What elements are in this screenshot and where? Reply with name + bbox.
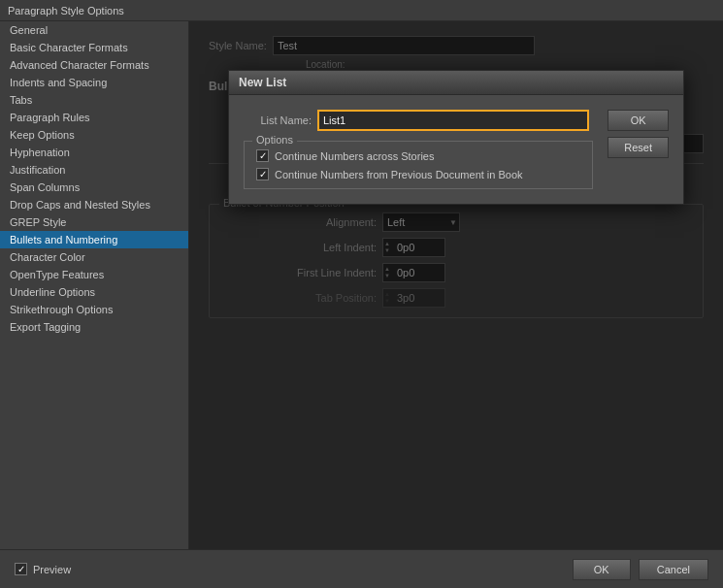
main-panel: Style Name: Location: Bullets and Number… <box>189 21 723 549</box>
option2-label: Continue Numbers from Previous Document … <box>275 169 523 180</box>
modal-ok-button[interactable]: OK <box>608 110 669 131</box>
sidebar-item-advanced-char[interactable]: Advanced Character Formats <box>0 56 188 74</box>
sidebar-item-tabs[interactable]: Tabs <box>0 91 188 109</box>
option2-row: Continue Numbers from Previous Document … <box>256 168 580 180</box>
modal-list-name-input[interactable] <box>317 110 589 131</box>
option1-checkbox[interactable] <box>256 149 269 162</box>
options-label: Options <box>252 134 297 146</box>
sidebar-item-keep-options[interactable]: Keep Options <box>0 126 188 144</box>
sidebar-item-char-color[interactable]: Character Color <box>0 248 188 266</box>
sidebar-item-underline[interactable]: Underline Options <box>0 283 188 301</box>
modal-content: List Name: Options Continue Numbers acro… <box>229 95 683 204</box>
modal-list-name-row: List Name: <box>244 110 593 131</box>
sidebar-item-span-columns[interactable]: Span Columns <box>0 179 188 196</box>
option1-label: Continue Numbers across Stories <box>275 150 434 162</box>
sidebar-item-basic-char[interactable]: Basic Character Formats <box>0 39 188 56</box>
sidebar: General Basic Character Formats Advanced… <box>0 21 189 549</box>
modal-fields: List Name: Options Continue Numbers acro… <box>244 110 593 189</box>
cancel-button[interactable]: Cancel <box>639 559 708 580</box>
modal-overlay: New List List Name: <box>189 21 723 549</box>
preview-row: Preview <box>15 563 71 575</box>
modal-reset-button[interactable]: Reset <box>608 137 669 158</box>
options-group: Options Continue Numbers across Stories … <box>244 141 593 189</box>
modal-title-bar: New List <box>229 71 683 95</box>
modal-title: New List <box>239 76 286 89</box>
sidebar-item-hyphenation[interactable]: Hyphenation <box>0 144 188 161</box>
sidebar-item-justification[interactable]: Justification <box>0 161 188 179</box>
modal-list-name-label: List Name: <box>244 114 312 126</box>
option2-checkbox[interactable] <box>256 168 269 180</box>
title-bar: Paragraph Style Options <box>0 0 723 21</box>
bottom-bar: Preview OK Cancel <box>0 549 723 588</box>
bottom-buttons: OK Cancel <box>573 559 708 580</box>
sidebar-item-para-rules[interactable]: Paragraph Rules <box>0 109 188 126</box>
modal-buttons: OK Reset <box>608 110 669 158</box>
preview-label: Preview <box>33 564 71 575</box>
sidebar-item-opentype[interactable]: OpenType Features <box>0 266 188 283</box>
window-title: Paragraph Style Options <box>8 5 124 16</box>
content-area: General Basic Character Formats Advanced… <box>0 21 723 549</box>
new-list-modal: New List List Name: <box>228 70 684 205</box>
sidebar-item-indents[interactable]: Indents and Spacing <box>0 74 188 91</box>
sidebar-item-strikethrough[interactable]: Strikethrough Options <box>0 301 188 318</box>
sidebar-item-bullets[interactable]: Bullets and Numbering <box>0 231 188 248</box>
main-window: Paragraph Style Options General Basic Ch… <box>0 0 723 588</box>
sidebar-item-general[interactable]: General <box>0 21 188 39</box>
option1-row: Continue Numbers across Stories <box>256 149 580 162</box>
preview-checkbox[interactable] <box>15 563 27 575</box>
sidebar-item-export[interactable]: Export Tagging <box>0 318 188 336</box>
sidebar-item-grep[interactable]: GREP Style <box>0 213 188 231</box>
sidebar-item-drop-caps[interactable]: Drop Caps and Nested Styles <box>0 196 188 213</box>
ok-button[interactable]: OK <box>573 559 631 580</box>
modal-main-row: List Name: Options Continue Numbers acro… <box>244 110 669 189</box>
